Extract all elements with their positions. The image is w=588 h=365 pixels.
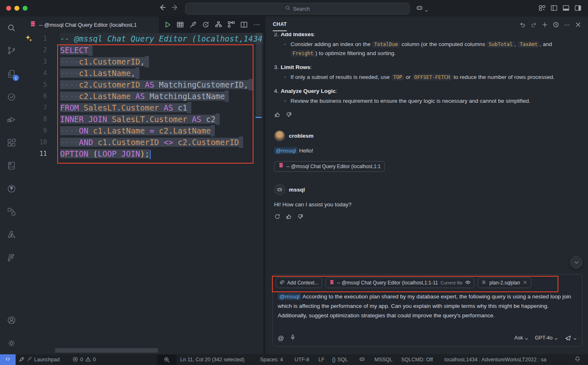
- editor-tab-bar: -- @mssql Chat Query Editor (localhost,1…: [23, 16, 264, 33]
- encoding-item[interactable]: UTF-8: [295, 354, 309, 365]
- close-panel-icon[interactable]: [575, 21, 581, 28]
- code-line-content: ····ON c1.LastName = c2.LastName: [60, 125, 215, 136]
- editor-horizontal-scrollbar[interactable]: [55, 348, 158, 353]
- connect-icon[interactable]: [189, 21, 197, 28]
- problems-item[interactable]: 0 0: [72, 354, 96, 365]
- copilot-status-item[interactable]: [359, 354, 365, 365]
- change-connection-icon[interactable]: [202, 21, 209, 28]
- editor-vertical-scrollbar[interactable]: [256, 33, 262, 116]
- chat-message-stream: 2.Add Indexes:◦Consider adding an index …: [265, 33, 588, 276]
- chat-input-text[interactable]: @mssql According to the execution plan s…: [278, 292, 576, 320]
- extensions-icon[interactable]: [7, 138, 16, 148]
- rerun-icon[interactable]: [274, 213, 281, 220]
- launchpad-item[interactable]: Launchpad: [19, 354, 60, 365]
- copilot-menu[interactable]: [416, 4, 428, 14]
- thumbs-down-icon[interactable]: [297, 213, 304, 220]
- more-actions-icon[interactable]: ⋯: [253, 21, 260, 28]
- cursor-position-item[interactable]: Ln 11, Col 20 (342 selected): [180, 354, 244, 365]
- model-dropdown[interactable]: GPT-4o: [535, 335, 558, 341]
- editor-tab-title: -- @mssql Chat Query Editor (localhost,1: [39, 22, 154, 28]
- account-icon[interactable]: [7, 315, 16, 325]
- estimated-plan-icon[interactable]: [215, 21, 222, 28]
- chat-input-container[interactable]: Add Context... -- @mssql Chat Query Edit…: [272, 274, 582, 347]
- command-center-search[interactable]: Search: [185, 3, 410, 14]
- context-pill-current-file[interactable]: -- @mssql Chat Query Editor (localhost,1…: [325, 277, 474, 288]
- scroll-to-bottom-button[interactable]: [570, 256, 583, 269]
- code-line-content: SELECT: [60, 44, 93, 56]
- text-run: Hello!: [297, 148, 313, 154]
- send-button[interactable]: [565, 335, 577, 342]
- message-attachment-pill[interactable]: -- @mssql Chat Query Editor (localhost,1…: [274, 161, 385, 172]
- notebook-icon[interactable]: [7, 161, 16, 171]
- zoom-indicator[interactable]: [157, 354, 177, 365]
- testing-icon[interactable]: [7, 92, 16, 102]
- code-line[interactable]: 7FROM SalesLT.Customer AS c1: [23, 102, 263, 113]
- microphone-icon[interactable]: [290, 334, 296, 342]
- code-line[interactable]: 8INNER JOIN SalesLT.Customer AS c2: [23, 113, 263, 125]
- more-actions-icon[interactable]: ⋯: [564, 21, 570, 28]
- connections-icon[interactable]: [7, 207, 16, 217]
- context-pill-sqlplan[interactable]: plan-2.sqlplan: [478, 277, 531, 288]
- mssql-item[interactable]: MSSQL: [374, 354, 393, 365]
- new-chat-icon[interactable]: [542, 21, 548, 28]
- paperclip-icon: [279, 280, 285, 286]
- notifications-item[interactable]: [574, 354, 581, 365]
- thumbs-down-icon[interactable]: [286, 111, 292, 118]
- code-line[interactable]: 2SELECT: [23, 44, 263, 56]
- mode-dropdown[interactable]: Ask: [514, 335, 528, 341]
- maximize-window-button[interactable]: [23, 6, 28, 11]
- remote-indicator[interactable]: [0, 354, 16, 365]
- forward-icon[interactable]: [172, 4, 179, 13]
- toggle-primary-sidebar-icon[interactable]: [551, 5, 558, 13]
- eye-icon[interactable]: [465, 280, 471, 286]
- customize-layout-icon[interactable]: [539, 5, 546, 13]
- indentation-item[interactable]: Spaces: 4: [260, 354, 283, 365]
- thumbs-up-icon[interactable]: [286, 213, 292, 220]
- explorer-icon[interactable]: 1: [7, 69, 16, 79]
- github-icon[interactable]: [7, 184, 16, 194]
- code-line[interactable]: 6····c2.LastName AS MatchingLastName: [23, 90, 263, 102]
- run-and-debug-icon[interactable]: [7, 115, 16, 125]
- code-line[interactable]: 1-- @mssql Chat Query Editor (localhost,…: [23, 33, 263, 44]
- close-icon[interactable]: [523, 280, 528, 286]
- editor-tab[interactable]: -- @mssql Chat Query Editor (localhost,1: [23, 16, 159, 33]
- actual-plan-icon[interactable]: [228, 21, 235, 28]
- back-icon[interactable]: [158, 4, 166, 13]
- copilot-sparkle-icon[interactable]: [25, 35, 33, 44]
- attachment-label: -- @mssql Chat Query Editor (localhost,1…: [286, 162, 381, 171]
- chevron-down-icon: [525, 336, 528, 340]
- code-line[interactable]: 5····c2.CustomerID AS MatchingCustomerID…: [23, 79, 263, 90]
- azure-icon[interactable]: [7, 230, 16, 240]
- source-control-icon[interactable]: [7, 46, 16, 55]
- sqlcmd-item[interactable]: SQLCMD: Off: [401, 354, 433, 365]
- mention-icon[interactable]: @: [278, 335, 284, 342]
- thumbs-up-icon[interactable]: [274, 111, 281, 118]
- run-query-icon[interactable]: [164, 21, 171, 28]
- vscode-window: Search 1 -- @mssql Chat Query E: [0, 0, 588, 365]
- mode-label: Ask: [514, 335, 523, 341]
- code-line[interactable]: 10····AND c1.CustomerID <> c2.CustomerID: [23, 136, 263, 148]
- toggle-panel-icon[interactable]: [562, 5, 569, 13]
- chat-history-icon[interactable]: [553, 21, 559, 28]
- settings-gear-icon[interactable]: [7, 338, 16, 348]
- connection-item[interactable]: localhost,1434 : AdventureWorksLT2022 : …: [444, 354, 546, 365]
- context-pill-label: plan-2.sqlplan: [489, 280, 520, 286]
- results-grid-icon[interactable]: [177, 21, 184, 28]
- code-line[interactable]: 4····c1.LastName,: [23, 67, 263, 79]
- add-context-button[interactable]: Add Context...: [276, 277, 322, 288]
- eol-item[interactable]: LF: [318, 354, 325, 365]
- redo-icon[interactable]: [530, 21, 537, 28]
- language-mode-item[interactable]: {}SQL: [332, 354, 348, 365]
- text-run: If only a subset of results is needed, u…: [291, 74, 391, 80]
- search-icon[interactable]: [7, 23, 16, 33]
- split-editor-icon[interactable]: [240, 21, 248, 28]
- code-line[interactable]: 9····ON c1.LastName = c2.LastName: [23, 125, 263, 136]
- code-line[interactable]: 3····c1.CustomerID,: [23, 56, 263, 67]
- close-window-button[interactable]: [6, 6, 11, 11]
- undo-icon[interactable]: [519, 21, 526, 28]
- toggle-secondary-sidebar-icon[interactable]: [574, 5, 581, 13]
- minimize-window-button[interactable]: [14, 6, 19, 11]
- code-editor[interactable]: 1-- @mssql Chat Query Editor (localhost,…: [23, 33, 263, 347]
- code-line[interactable]: 11OPTION (LOOP JOIN);: [23, 148, 263, 159]
- fabric-icon[interactable]: [7, 253, 16, 263]
